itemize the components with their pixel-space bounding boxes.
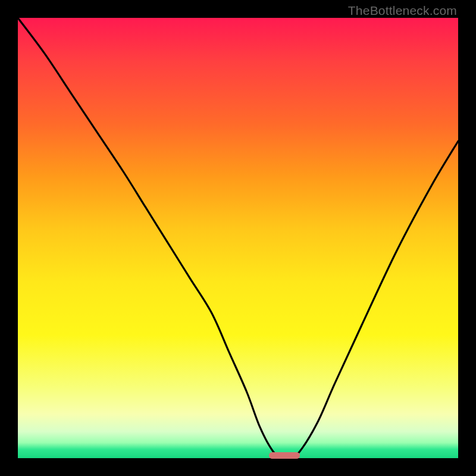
attribution-text: TheBottleneck.com — [348, 4, 457, 18]
plot-area — [18, 18, 458, 458]
bottleneck-curve — [18, 18, 458, 458]
chart-frame: TheBottleneck.com — [0, 0, 476, 476]
optimal-range-marker — [269, 452, 300, 459]
